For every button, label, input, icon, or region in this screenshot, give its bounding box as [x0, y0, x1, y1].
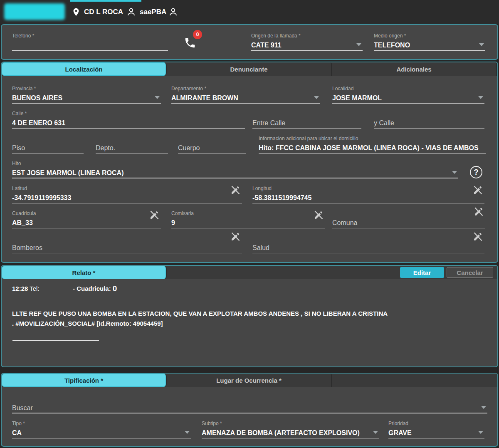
comuna-field[interactable]: Comuna [332, 210, 485, 228]
calle-field[interactable]: Calle * 4 DE ENERO 631 [12, 110, 245, 129]
subtipo-select[interactable]: Subtipo * AMENAZA DE BOMBA (ARTEFACTO EX… [202, 420, 379, 438]
cancelar-button[interactable]: Cancelar [447, 267, 493, 278]
longitud-value: -58.3811519994745 [252, 192, 484, 203]
hito-select[interactable]: Hito EST JOSE MARMOL (LINEA ROCA) [12, 160, 458, 178]
phone-icon [184, 37, 196, 49]
medio-origen-value: TELEFONO [374, 39, 485, 51]
origen-llamada-select[interactable]: Origen de la llamada * CATE 911 [251, 32, 363, 51]
depto-field[interactable]: Depto. [96, 135, 168, 153]
piso-placeholder: Piso [12, 142, 84, 153]
edit-off-icon[interactable] [230, 232, 240, 242]
call-panel: Telefono * 0 Origen de la llamada * CATE… [1, 24, 498, 60]
cuerpo-placeholder: Cuerpo [178, 142, 246, 153]
chevron-down-icon[interactable] [479, 43, 484, 46]
chevron-down-icon[interactable] [481, 406, 486, 409]
dispatch-center-selector[interactable]: CD L ROCA [72, 0, 123, 24]
chevron-down-icon[interactable] [452, 171, 457, 174]
chevron-down-icon[interactable] [356, 43, 361, 46]
subtipo-label: Subtipo * [202, 420, 379, 427]
latitud-field[interactable]: Latitud -34.7919119995333 [12, 185, 242, 203]
longitud-field[interactable]: Longitud -58.3811519994745 [252, 185, 484, 203]
edit-off-icon[interactable] [230, 185, 240, 195]
longitud-label: Longitud [252, 185, 484, 192]
tipo-select[interactable]: Tipo * CA [12, 420, 191, 438]
entre-calle-placeholder: Entre Calle [252, 117, 361, 129]
call-count-badge: 0 [193, 30, 202, 39]
chevron-down-icon[interactable] [314, 96, 319, 99]
latitud-value: -34.7919119995333 [12, 192, 242, 203]
tipo-value: CA [12, 427, 191, 438]
editar-button[interactable]: Editar [400, 267, 444, 278]
buscar-select[interactable]: Buscar [12, 395, 487, 413]
telefono-value [12, 39, 168, 51]
calle-label: Calle * [12, 110, 245, 117]
tab-denunciante[interactable]: Denunciante [167, 62, 332, 76]
chevron-down-icon[interactable] [155, 96, 160, 99]
info-adicional-value: Hito: FFCC CABINA JOSE MARMOL (LINEA ROC… [259, 142, 486, 153]
comuna-placeholder: Comuna [332, 217, 485, 228]
tab-relato[interactable]: Relato * [2, 266, 167, 279]
chevron-down-icon[interactable] [185, 431, 190, 434]
medio-origen-select[interactable]: Medio origen * TELEFONO [374, 32, 485, 51]
localizacion-tabrow: Localización Denunciante Adicionales [2, 62, 497, 76]
redacted-badge[interactable] [4, 3, 65, 20]
relato-panel: Relato * Editar Cancelar 12:28 Tel: - Cu… [1, 265, 498, 367]
edit-off-icon[interactable] [149, 210, 159, 220]
person-icon [126, 7, 136, 17]
second-user-button[interactable] [168, 0, 178, 24]
edit-off-icon[interactable] [473, 185, 483, 195]
relato-tel-label: Tel: [30, 285, 39, 292]
call-button[interactable]: 0 [184, 32, 207, 52]
provincia-value: BUENOS AIRES [12, 92, 161, 104]
tipo-label: Tipo * [12, 420, 191, 427]
relato-tabrow: Relato * Editar Cancelar [2, 266, 497, 279]
edit-off-icon[interactable] [314, 210, 324, 220]
salud-placeholder: Salud [252, 242, 484, 253]
tab-localizacion[interactable]: Localización [2, 62, 167, 76]
user-selector[interactable]: saePBA [126, 0, 166, 24]
telefono-field[interactable]: Telefono * [12, 32, 168, 51]
prioridad-select[interactable]: Prioridad GRAVE [388, 420, 484, 438]
departamento-select[interactable]: Departamento * ALMIRANTE BROWN [171, 85, 320, 104]
provincia-select[interactable]: Provincia * BUENOS AIRES [12, 85, 161, 104]
localidad-label: Localidad [332, 85, 484, 92]
buscar-placeholder: Buscar [12, 402, 487, 413]
entre-calle-field[interactable]: Entre Calle [252, 110, 361, 129]
piso-field[interactable]: Piso [12, 135, 84, 153]
tab-tipificacion[interactable]: Tipificación * [2, 374, 167, 387]
tipificacion-panel: Tipificación * Lugar de Ocurrencia * Bus… [1, 373, 498, 447]
bomberos-placeholder: Bomberos [12, 242, 242, 253]
subtipo-value: AMENAZA DE BOMBA (ARTEFACTO EXPLOSIVO) [202, 427, 379, 438]
topbar: CD L ROCA saePBA [0, 0, 499, 24]
relato-underline [12, 340, 99, 341]
departamento-value: ALMIRANTE BROWN [171, 92, 320, 104]
help-button[interactable]: ? [470, 166, 482, 178]
relato-meta-line: 12:28 Tel: - Cuadricula: 0 [12, 284, 117, 293]
cuerpo-field[interactable]: Cuerpo [178, 135, 246, 153]
cuadricula-field[interactable]: Cuadricula AB_33 [12, 210, 161, 228]
chevron-down-icon[interactable] [478, 431, 483, 434]
bomberos-field[interactable]: Bomberos [12, 235, 242, 253]
comisaria-label: Comisaria [171, 210, 325, 217]
tab-adicionales[interactable]: Adicionales [332, 62, 497, 76]
salud-field[interactable]: Salud [252, 235, 484, 253]
departamento-label: Departamento * [171, 85, 320, 92]
comisaria-field[interactable]: Comisaria 9 [171, 210, 325, 228]
localidad-select[interactable]: Localidad JOSE MARMOL [332, 85, 484, 104]
comisaria-value: 9 [171, 217, 325, 228]
prioridad-label: Prioridad [388, 420, 484, 427]
info-adicional-label: Informacion adicional para ubicar el dom… [259, 135, 486, 142]
hito-label: Hito [12, 160, 458, 167]
tab-lugar-de-ocurrencia[interactable]: Lugar de Ocurrencia * [167, 374, 332, 387]
depto-placeholder: Depto. [96, 142, 168, 153]
medio-origen-label: Medio origen * [374, 32, 485, 39]
relato-text-line1: LLTE REF QUE PUSO UNA BOMBA EN LA ESTACI… [12, 309, 488, 319]
chevron-down-icon[interactable] [373, 431, 378, 434]
edit-off-icon[interactable] [474, 207, 484, 217]
chevron-down-icon[interactable] [478, 96, 483, 99]
edit-off-icon[interactable] [473, 232, 483, 242]
provincia-label: Provincia * [12, 85, 161, 92]
calle-value: 4 DE ENERO 631 [12, 117, 245, 129]
y-calle-field[interactable]: y Calle [374, 110, 484, 129]
info-adicional-field[interactable]: Informacion adicional para ubicar el dom… [259, 135, 486, 153]
